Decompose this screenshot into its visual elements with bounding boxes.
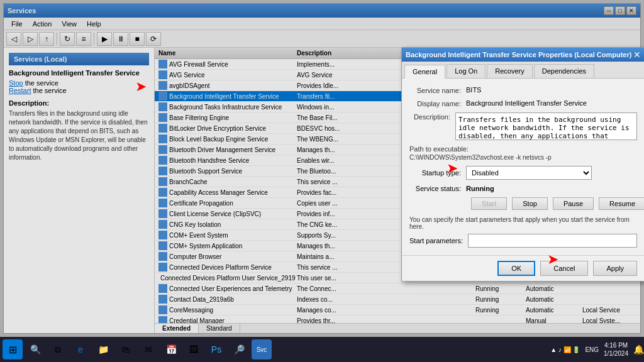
ok-button[interactable]: OK <box>497 261 535 276</box>
photos-icon[interactable]: 🖼 <box>184 339 204 359</box>
lang-indicator: ENG <box>585 346 599 353</box>
cancel-button[interactable]: Cancel <box>540 261 588 276</box>
desc-label: Description: <box>409 112 455 121</box>
notification-icon[interactable]: 🔔 <box>633 344 644 354</box>
file-explorer-icon[interactable]: 📁 <box>93 339 113 359</box>
service-name-label: Service name: <box>409 86 466 94</box>
dialog-title-bar: Background Intelligent Transfer Service … <box>402 48 644 62</box>
edge-icon[interactable]: e <box>70 339 91 359</box>
dialog-tab-logon[interactable]: Log On <box>447 64 486 78</box>
dialog-title-text: Background Intelligent Transfer Service … <box>406 51 631 58</box>
system-tray: ▲ ♪ 📶 🔋 ENG 4:16 PM 1/1/2024 🔔 <box>550 341 644 358</box>
display-name-label: Display name: <box>409 99 466 107</box>
dialog-tab-recovery[interactable]: Recovery <box>487 64 532 78</box>
status-row: Service status: Running <box>409 185 637 192</box>
dialog-footer: OK Cancel Apply <box>402 255 644 281</box>
apply-button[interactable]: Apply <box>593 261 637 276</box>
path-value: C:\WINDOWS\System32\svchost.exe -k netsv… <box>409 154 637 161</box>
param-row: Start parameters: <box>409 234 637 248</box>
dialog-tab-general[interactable]: General <box>404 65 445 79</box>
taskbar: ⊞ 🔍 ⧉ e 📁 🛍 ✉ 📅 🖼 Ps 🔎 Svc ▲ ♪ 📶 🔋 ENG 4… <box>0 337 644 362</box>
status-label: Service status: <box>409 185 466 192</box>
display-name-row: Display name: Background Intelligent Tra… <box>409 99 637 107</box>
resume-button[interactable]: Resume <box>599 197 644 210</box>
dialog-tab-dependencies[interactable]: Dependencies <box>534 64 594 78</box>
param-input[interactable] <box>468 234 637 248</box>
display-name-value: Background Intelligent Transfer Service <box>466 99 637 107</box>
description-row: Description: Transfers files in the back… <box>409 112 637 140</box>
store-icon[interactable]: 🛍 <box>116 339 136 359</box>
param-label: Start parameters: <box>409 237 463 244</box>
startup-row: Startup type: Disabled Automatic Automat… <box>409 166 637 180</box>
service-name-row: Service name: BITS <box>409 86 637 94</box>
clock[interactable]: 4:16 PM 1/1/2024 <box>604 341 628 358</box>
service-name-value: BITS <box>466 86 637 94</box>
startup-select[interactable]: Disabled Automatic Automatic (Delayed St… <box>466 166 592 180</box>
tray-icons: ▲ ♪ 📶 🔋 <box>550 346 580 353</box>
task-view-icon[interactable]: ⧉ <box>48 339 68 359</box>
dialog-content: Service name: BITS Display name: Backgro… <box>402 79 644 255</box>
time-display: 4:16 PM <box>604 341 628 349</box>
search-icon[interactable]: 🔍 <box>25 339 45 359</box>
search2-icon[interactable]: 🔎 <box>229 339 249 359</box>
ps-icon[interactable]: Ps <box>206 339 226 359</box>
param-description: You can specify the start parameters tha… <box>409 216 637 230</box>
start-button[interactable]: ⊞ <box>3 339 23 359</box>
dialog-close-button[interactable]: ✕ <box>633 50 641 60</box>
properties-dialog: Background Intelligent Transfer Service … <box>401 47 644 282</box>
description-textarea[interactable]: Transfers files in the background using … <box>455 112 637 140</box>
start-button[interactable]: Start <box>471 197 507 210</box>
startup-label: Startup type: <box>409 169 466 177</box>
path-label: Path to executable: <box>409 145 637 153</box>
service-control-buttons: Start Stop Pause Resume <box>471 197 637 210</box>
taskbar-left: ⊞ 🔍 ⧉ e 📁 🛍 ✉ 📅 🖼 Ps 🔎 Svc <box>0 339 272 359</box>
calendar-icon[interactable]: 📅 <box>161 339 181 359</box>
mail-icon[interactable]: ✉ <box>138 339 158 359</box>
dialog-tabs: General Log On Recovery Dependencies <box>402 62 644 79</box>
status-value: Running <box>466 185 494 192</box>
stop-button[interactable]: Stop <box>512 197 548 210</box>
services-taskbar-icon[interactable]: Svc <box>252 339 272 359</box>
path-section: Path to executable: C:\WINDOWS\System32\… <box>409 145 637 161</box>
pause-button[interactable]: Pause <box>553 197 594 210</box>
date-display: 1/1/2024 <box>604 349 628 358</box>
